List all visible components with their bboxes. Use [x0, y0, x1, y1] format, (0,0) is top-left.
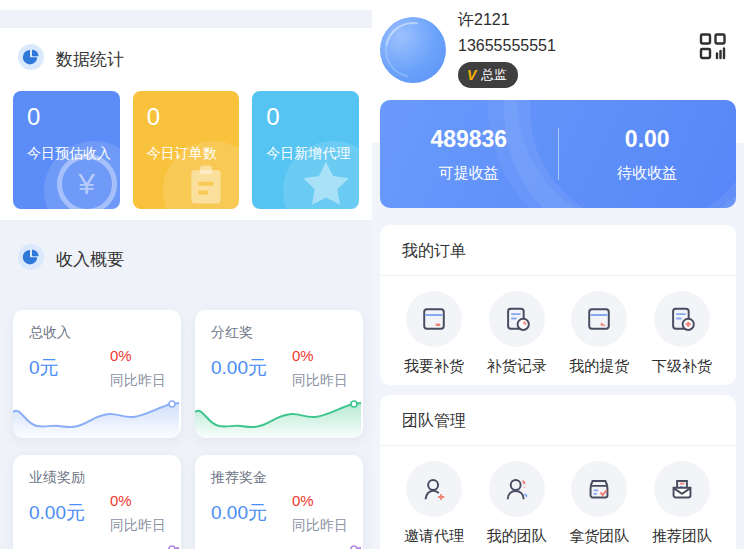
- income-card-performance: 业绩奖励 0.00元 0% 同比昨日: [13, 455, 181, 549]
- menu-item-sub-restock[interactable]: 下级补货: [650, 291, 714, 376]
- stats-panel: 数据统计 0 今日预估收入 ¥ 0 今日订单数: [0, 28, 372, 220]
- stat-card-estimated-income: 0 今日预估收入 ¥: [13, 91, 120, 209]
- team-items: 邀请代理 我的团队: [380, 446, 736, 546]
- level-badge: V 总监: [458, 62, 518, 88]
- sparkline-blue: [13, 396, 181, 438]
- income-card-compare: 同比昨日: [110, 372, 166, 390]
- menu-item-label: 下级补货: [652, 357, 712, 376]
- menu-item-pickup[interactable]: 我的提货: [567, 291, 631, 376]
- income-card-title: 分红奖: [211, 324, 363, 342]
- user-name: 许2121: [458, 10, 510, 31]
- menu-item-label: 邀请代理: [404, 527, 464, 546]
- income-card-total: 总收入 0元 0% 同比昨日: [13, 310, 181, 438]
- pending-label: 待收收益: [559, 164, 737, 183]
- menu-item-my-team[interactable]: 我的团队: [485, 461, 549, 546]
- team-card: 团队管理 邀请代理: [380, 395, 736, 549]
- level-badge-label: 总监: [481, 66, 507, 84]
- income-card-compare: 同比昨日: [292, 517, 348, 535]
- stat-value: 0: [27, 104, 120, 130]
- menu-item-invite-agent[interactable]: 邀请代理: [402, 461, 466, 546]
- earnings-card: 489836 可提收益 0.00 待收收益: [380, 100, 736, 208]
- stat-value: 0: [147, 104, 240, 130]
- dashboard-page: 数据统计 0 今日预估收入 ¥ 0 今日订单数: [0, 0, 744, 549]
- income-card-percent: 0%: [292, 347, 348, 364]
- income-card-title: 总收入: [29, 324, 181, 342]
- restock-history-icon: [489, 291, 545, 347]
- pie-chart-icon: [18, 244, 44, 274]
- income-card-dividend: 分红奖 0.00元 0% 同比昨日: [195, 310, 363, 438]
- user-phone: 13655555551: [458, 37, 556, 55]
- menu-item-label: 我的团队: [487, 527, 547, 546]
- withdrawable-earnings[interactable]: 489836 可提收益: [380, 126, 558, 183]
- menu-item-label: 我要补货: [404, 357, 464, 376]
- pending-earnings[interactable]: 0.00 待收收益: [559, 126, 737, 183]
- goods-team-icon: [571, 461, 627, 517]
- pickup-doc-icon: [571, 291, 627, 347]
- income-title: 收入概要: [56, 248, 124, 271]
- menu-item-label: 补货记录: [487, 357, 547, 376]
- my-team-icon: [489, 461, 545, 517]
- apps-grid-icon[interactable]: [699, 32, 727, 60]
- income-header: 收入概要: [0, 220, 372, 274]
- top-gray-strip: [0, 10, 372, 28]
- income-card-title: 推荐奖金: [211, 469, 363, 487]
- withdrawable-label: 可提收益: [380, 164, 558, 183]
- right-column: 许2121 13655555551 V 总监 489836 可提收益 0.00 …: [372, 0, 744, 549]
- restock-doc-icon: [406, 291, 462, 347]
- invite-agent-icon: [406, 461, 462, 517]
- orders-title: 我的订单: [380, 225, 736, 276]
- withdrawable-value: 489836: [380, 126, 558, 153]
- sparkline-green: [195, 396, 363, 438]
- menu-item-label: 推荐团队: [652, 527, 712, 546]
- menu-item-goods-team[interactable]: 拿货团队: [567, 461, 631, 546]
- income-card-compare: 同比昨日: [292, 372, 348, 390]
- stats-title: 数据统计: [56, 48, 124, 71]
- orders-card: 我的订单 我要补货: [380, 225, 736, 385]
- income-card-title: 业绩奖励: [29, 469, 181, 487]
- income-card-referral: 推荐奖金 0.00元 0% 同比昨日: [195, 455, 363, 549]
- income-card-percent: 0%: [110, 347, 166, 364]
- menu-item-restock[interactable]: 我要补货: [402, 291, 466, 376]
- pie-chart-icon: [18, 44, 44, 74]
- income-area: 收入概要 总收入 0元 0% 同比昨日: [0, 220, 372, 549]
- menu-item-label: 我的提货: [569, 357, 629, 376]
- stat-card-order-count: 0 今日订单数: [133, 91, 240, 209]
- stat-card-new-agents: 0 今日新增代理: [252, 91, 359, 209]
- pending-value: 0.00: [559, 126, 737, 153]
- menu-item-label: 拿货团队: [569, 527, 629, 546]
- stats-header: 数据统计: [0, 28, 372, 74]
- sub-restock-icon: [654, 291, 710, 347]
- referral-team-icon: [654, 461, 710, 517]
- income-card-percent: 0%: [292, 492, 348, 509]
- orders-items: 我要补货 补货记录: [380, 276, 736, 376]
- sparkline-purple: [195, 541, 363, 549]
- stat-value: 0: [266, 104, 359, 130]
- team-title: 团队管理: [380, 395, 736, 446]
- menu-item-restock-history[interactable]: 补货记录: [485, 291, 549, 376]
- income-card-compare: 同比昨日: [110, 517, 166, 535]
- income-grid: 总收入 0元 0% 同比昨日: [0, 274, 372, 549]
- v-level-icon: V: [467, 67, 476, 83]
- sparkline-purple: [13, 541, 181, 549]
- stat-cards-row: 0 今日预估收入 ¥ 0 今日订单数: [0, 74, 372, 209]
- income-card-percent: 0%: [110, 492, 166, 509]
- left-column: 数据统计 0 今日预估收入 ¥ 0 今日订单数: [0, 0, 372, 549]
- menu-item-referral-team[interactable]: 推荐团队: [650, 461, 714, 546]
- avatar[interactable]: [380, 17, 446, 83]
